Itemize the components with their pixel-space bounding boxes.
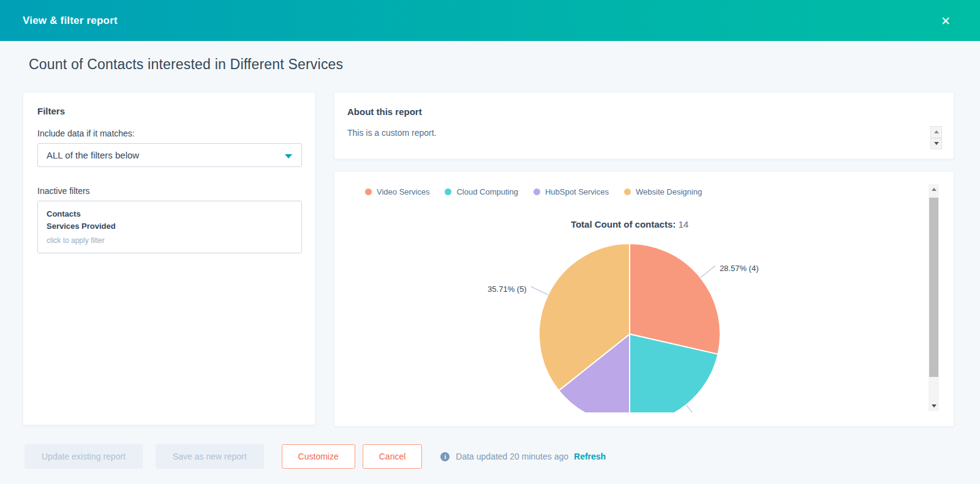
inactive-filters-label: Inactive filters bbox=[37, 186, 90, 196]
about-description: This is a custom report. bbox=[347, 128, 437, 138]
cancel-button[interactable]: Cancel bbox=[363, 444, 423, 469]
filter-object-label: Contacts bbox=[47, 208, 293, 220]
arrow-down-icon bbox=[932, 404, 937, 408]
scrollbar-thumb[interactable] bbox=[929, 198, 938, 377]
save-as-new-report-button[interactable]: Save as new report bbox=[156, 444, 264, 469]
modal-header: View & filter report ✕ bbox=[0, 0, 980, 41]
chart-scrollbar[interactable] bbox=[929, 184, 939, 411]
refresh-link[interactable]: Refresh bbox=[574, 452, 606, 461]
filter-apply-hint: click to apply filter bbox=[47, 236, 293, 245]
scrollbar-up-button[interactable] bbox=[929, 184, 939, 195]
spinner-up-button[interactable] bbox=[931, 127, 941, 138]
info-icon[interactable]: i bbox=[440, 452, 450, 461]
update-existing-report-button[interactable]: Update existing report bbox=[24, 444, 143, 469]
customize-button[interactable]: Customize bbox=[282, 444, 355, 469]
close-icon[interactable]: ✕ bbox=[941, 15, 951, 26]
scrollbar-down-button[interactable] bbox=[929, 401, 939, 411]
match-condition-label: Include data if it matches: bbox=[37, 128, 135, 138]
pie-data-label: 35.71% (5) bbox=[488, 285, 527, 294]
dropdown-selected-value: ALL of the filters below bbox=[47, 150, 139, 160]
page-title: Count of Contacts interested in Differen… bbox=[29, 56, 343, 73]
pie-callout-line bbox=[701, 266, 715, 277]
chart-panel: Video ServicesCloud ComputingHubSpot Ser… bbox=[334, 171, 954, 426]
about-report-panel: About this report This is a custom repor… bbox=[334, 92, 954, 159]
arrow-up-icon bbox=[932, 188, 937, 191]
spinner-down-button[interactable] bbox=[931, 138, 941, 149]
inactive-filter-item[interactable]: Contacts Services Provided click to appl… bbox=[37, 201, 302, 253]
pie-data-label: 28.57% (4) bbox=[720, 264, 759, 273]
filters-heading: Filters bbox=[37, 106, 65, 116]
arrow-up-icon bbox=[934, 130, 939, 133]
data-updated-status: Data updated 20 minutes ago bbox=[456, 452, 568, 461]
filter-property-label: Services Provided bbox=[47, 220, 293, 233]
about-heading: About this report bbox=[347, 106, 422, 117]
description-scroll-spinner bbox=[930, 126, 942, 149]
pie-callout-line bbox=[686, 405, 698, 412]
filters-panel: Filters Include data if it matches: ALL … bbox=[23, 92, 315, 425]
modal-title: View & filter report bbox=[23, 15, 118, 27]
pie-chart: 28.57% (4)35.71% (5) bbox=[334, 181, 954, 412]
pie-callout-line bbox=[531, 286, 548, 295]
filter-match-dropdown[interactable]: ALL of the filters below bbox=[37, 143, 302, 167]
footer-actions: Update existing report Save as new repor… bbox=[24, 444, 606, 469]
arrow-down-icon bbox=[934, 142, 939, 145]
chevron-down-icon bbox=[285, 154, 292, 158]
